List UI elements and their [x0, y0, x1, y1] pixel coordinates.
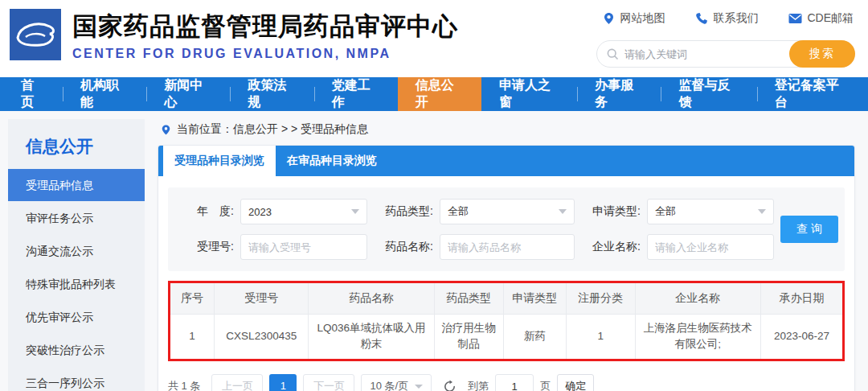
year-select[interactable]: 2023	[240, 199, 367, 224]
application-type-select[interactable]: 全部	[647, 199, 774, 224]
mailbox-link-label: CDE邮箱	[807, 11, 854, 26]
nav-item-news[interactable]: 新闻中心	[146, 77, 230, 111]
acceptance-no-field	[240, 234, 367, 260]
sidebar: 信息公开 受理品种信息 审评任务公示 沟通交流公示 特殊审批品种列表 优先审评公…	[8, 119, 145, 391]
page-size-value: 10 条/页	[370, 379, 408, 391]
nav-item-supervision[interactable]: 监督与反馈	[661, 77, 756, 111]
col-药品类型: 药品类型	[434, 283, 503, 314]
breadcrumb: 当前位置：信息公开 > > 受理品种信息	[158, 119, 855, 145]
drug-type-select[interactable]: 全部	[440, 199, 575, 224]
goto-page-input[interactable]	[495, 374, 534, 391]
total-count: 共 1 条	[168, 379, 200, 391]
cde-logo	[10, 9, 61, 60]
col-注册分类: 注册分类	[566, 283, 635, 314]
drug-type-label: 药品类型:	[374, 204, 433, 219]
breadcrumb-text: 当前位置：信息公开 > > 受理品种信息	[177, 122, 368, 137]
cell-drug-name: LQ036单域抗体吸入用粉末	[309, 314, 434, 359]
location-pin-icon	[161, 124, 171, 136]
nav-item-info-disclosure[interactable]: 信息公开	[398, 77, 481, 111]
refresh-icon[interactable]	[443, 380, 457, 391]
year-select-value: 2023	[248, 206, 272, 218]
company-name-field	[647, 234, 774, 260]
search-input[interactable]	[624, 48, 789, 60]
filter-form: 年 度: 2023 药品类型: 全部 申请类型: 全部 查询	[168, 187, 845, 271]
nav-item-home[interactable]: 首页	[3, 77, 63, 111]
main-nav: 首页 机构职能 新闻中心 政策法规 党建工作 信息公开 申请人之窗 办事服务 监…	[0, 77, 868, 111]
sidebar-item-priority-review[interactable]: 优先审评公示	[8, 301, 145, 333]
cell-acceptance-no: CXSL2300435	[215, 314, 309, 359]
main-panel: 受理品种目录浏览 在审品种目录浏览 年 度: 2023 药品类型: 全部 申请类…	[158, 145, 855, 391]
sitemap-link[interactable]: 网站地图	[603, 11, 665, 26]
mailbox-link[interactable]: CDE邮箱	[788, 11, 854, 26]
table-row[interactable]: 1 CXSL2300435 LQ036单域抗体吸入用粉末 治疗用生物制品 新药 …	[170, 314, 842, 359]
col-承办日期: 承办日期	[760, 283, 842, 314]
chevron-down-icon	[758, 209, 766, 214]
location-pin-icon	[603, 12, 615, 25]
drug-name-field	[440, 234, 575, 260]
cell-application-type: 新药	[503, 314, 566, 359]
nav-item-registration-platform[interactable]: 登记备案平台	[757, 77, 865, 111]
nav-item-party[interactable]: 党建工作	[314, 77, 398, 111]
company-name-input[interactable]	[655, 241, 766, 253]
goto-suffix: 页	[540, 379, 551, 391]
nav-item-services[interactable]: 办事服务	[577, 77, 661, 111]
page-size-select[interactable]: 10 条/页	[361, 374, 432, 391]
next-page-button[interactable]: 下一页	[303, 374, 354, 391]
application-type-select-value: 全部	[655, 204, 676, 219]
search-icon	[607, 48, 619, 60]
sidebar-item-three-in-one[interactable]: 三合一序列公示	[8, 367, 145, 391]
results-table: 序号 受理号 药品名称 药品类型 申请类型 注册分类 企业名称 承办日期 1	[170, 283, 842, 359]
site-search: 搜索	[596, 40, 855, 68]
site-header: 国家药品监督管理局药品审评中心 CENTER FOR DRUG EVALUATI…	[0, 0, 868, 77]
header-utility-links: 网站地图 联系我们 CDE邮箱	[603, 11, 854, 26]
chevron-down-icon	[559, 209, 567, 214]
col-企业名称: 企业名称	[635, 283, 760, 314]
sidebar-item-special-approval[interactable]: 特殊审批品种列表	[8, 268, 145, 300]
nav-item-functions[interactable]: 机构职能	[63, 77, 146, 111]
chevron-down-icon	[351, 209, 359, 214]
envelope-icon	[788, 13, 802, 24]
col-受理号: 受理号	[215, 283, 309, 314]
tab-accepted-catalog[interactable]: 受理品种目录浏览	[163, 146, 276, 176]
site-title: 国家药品监督管理局药品审评中心	[72, 10, 458, 43]
sidebar-item-review-tasks[interactable]: 审评任务公示	[8, 202, 145, 234]
drug-type-select-value: 全部	[448, 204, 469, 219]
cell-company: 上海洛启生物医药技术有限公司;	[635, 314, 760, 359]
query-button[interactable]: 查询	[780, 216, 838, 243]
company-name-label: 企业名称:	[581, 240, 641, 254]
sidebar-item-breakthrough-therapy[interactable]: 突破性治疗公示	[8, 334, 145, 366]
col-序号: 序号	[170, 283, 215, 314]
cell-seq: 1	[170, 314, 215, 359]
sidebar-item-accepted-varieties[interactable]: 受理品种信息	[8, 169, 145, 201]
tab-bar: 受理品种目录浏览 在审品种目录浏览	[158, 146, 854, 176]
col-申请类型: 申请类型	[503, 283, 566, 314]
content-area: 信息公开 受理品种信息 审评任务公示 沟通交流公示 特殊审批品种列表 优先审评公…	[0, 111, 868, 391]
chevron-down-icon	[415, 385, 423, 389]
sidebar-item-communication[interactable]: 沟通交流公示	[8, 235, 145, 267]
search-button[interactable]: 搜索	[789, 40, 855, 68]
acceptance-no-label: 受理号:	[181, 240, 234, 254]
acceptance-no-input[interactable]	[248, 241, 359, 253]
contact-link[interactable]: 联系我们	[695, 11, 758, 26]
year-label: 年 度:	[181, 204, 234, 219]
phone-icon	[695, 12, 708, 25]
confirm-button[interactable]: 确定	[557, 374, 594, 391]
prev-page-button[interactable]: 上一页	[211, 374, 263, 391]
main-panel-wrap: 当前位置：信息公开 > > 受理品种信息 受理品种目录浏览 在审品种目录浏览 年…	[158, 119, 855, 391]
goto-prefix: 到第	[468, 379, 489, 391]
nav-item-policy[interactable]: 政策法规	[230, 77, 313, 111]
application-type-label: 申请类型:	[581, 204, 641, 219]
contact-link-label: 联系我们	[713, 11, 758, 26]
tab-under-review-catalog[interactable]: 在审品种目录浏览	[276, 146, 388, 176]
cell-registration-class: 1	[566, 314, 635, 359]
col-药品名称: 药品名称	[309, 283, 434, 314]
logo-swoosh-icon	[10, 9, 61, 60]
results-table-highlight: 序号 受理号 药品名称 药品类型 申请类型 注册分类 企业名称 承办日期 1	[168, 281, 845, 361]
drug-name-input[interactable]	[448, 241, 567, 253]
cell-date: 2023-06-27	[760, 314, 842, 359]
page-number-1[interactable]: 1	[269, 374, 297, 391]
cell-drug-type: 治疗用生物制品	[434, 314, 503, 359]
sitemap-link-label: 网站地图	[620, 11, 665, 26]
nav-item-applicant-window[interactable]: 申请人之窗	[481, 77, 577, 111]
drug-name-label: 药品名称:	[374, 240, 433, 254]
